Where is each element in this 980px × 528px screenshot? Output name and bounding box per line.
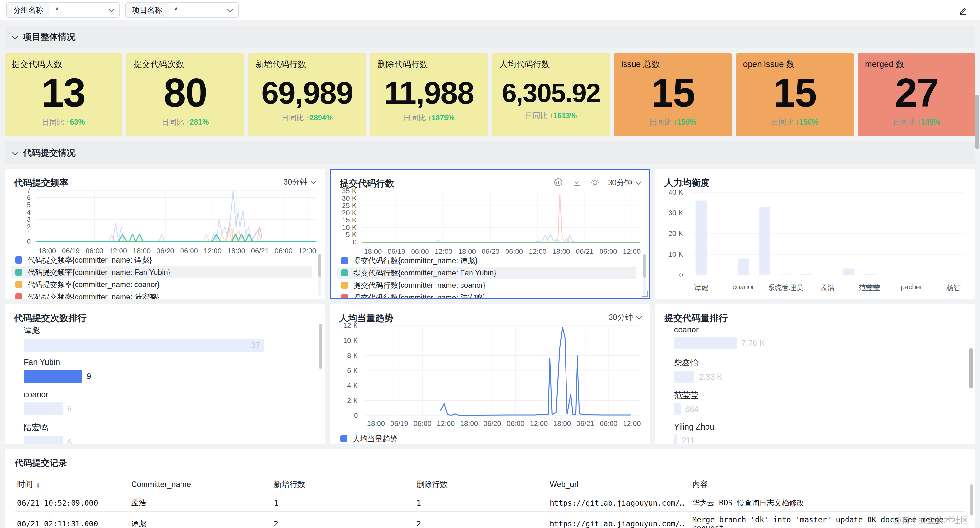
chevron-down-icon	[635, 179, 641, 184]
legend-item[interactable]: 提交代码行数{committer_name: Fan Yubin}	[337, 267, 636, 279]
legend-label: 提交代码行数{committer_name: Fan Yubin}	[353, 268, 496, 278]
hbar-value: 7.76 K	[741, 339, 765, 348]
group-name-filter-select[interactable]: *	[50, 3, 119, 17]
stat-card-body: 6,305.92日同比↑1613%	[500, 70, 603, 131]
hbar-list: 谭彪37Fan Yubin9coanor6陆宏鸣6	[24, 325, 297, 444]
group-name-filter-label: 分组名称	[7, 3, 50, 17]
legend-label: 代码提交频率{committer_name: Fan Yubin}	[27, 267, 170, 277]
download-icon[interactable]	[572, 178, 582, 188]
table-header-cell[interactable]: 时间▲▼	[14, 474, 129, 494]
table-cell: 2	[414, 512, 547, 528]
x-axis-label: 12:00	[437, 420, 455, 428]
interval-dropdown[interactable]: 30分钟	[608, 178, 640, 188]
stat-card-yoy: 日同比↑145%	[893, 117, 940, 127]
stat-card-body: 15日同比↑150%	[621, 70, 725, 131]
hbar-bar[interactable]	[674, 337, 737, 349]
hbar-value: 37	[251, 341, 260, 350]
panel-scrollbar[interactable]	[969, 348, 972, 388]
legend-scrollbar[interactable]	[318, 254, 321, 296]
hbar-bar[interactable]	[24, 370, 82, 383]
hbar-name: Fan Yubin	[24, 357, 297, 367]
group-name-filter[interactable]: 分组名称 *	[6, 2, 119, 18]
section-code-commits[interactable]: 代码提交情况	[5, 141, 975, 164]
pencil-icon	[957, 5, 968, 16]
hbar-line: 6	[24, 436, 297, 444]
legend-item[interactable]: 代码提交频率{committer_name: 谭彪}	[11, 254, 312, 266]
hbar-bar[interactable]: 37	[24, 339, 264, 352]
chevron-down-icon	[227, 6, 233, 12]
hbar-bar[interactable]	[674, 434, 677, 444]
sort-icon[interactable]: ▲▼	[36, 482, 40, 488]
table-header-row: 时间▲▼Committer_name新增行数删除行数Web_url内容	[14, 474, 966, 494]
hbar-value: 2.33 K	[699, 372, 722, 382]
section-project-overview[interactable]: 项目整体情况	[5, 25, 975, 48]
project-name-filter[interactable]: 项目名称 *	[126, 2, 239, 18]
chart-legend: 代码提交频率{committer_name: 谭彪}代码提交频率{committ…	[11, 254, 312, 300]
stat-cards-row: 提交代码人数13日同比↑63%提交代码次数80日同比↑281%新增代码行数69,…	[5, 54, 975, 136]
legend-item[interactable]: 代码提交频率{committer_name: coanor}	[11, 278, 312, 291]
yoy-label: 日同比	[525, 111, 548, 121]
panel-resize-handle[interactable]	[642, 291, 648, 297]
table-body: 06/21 10:52:09.000孟浩11https://gitlab.jia…	[14, 494, 966, 528]
line-chart-plot[interactable]	[36, 189, 316, 243]
panel-title: 代码提交频率	[14, 177, 68, 189]
page-scrollbar[interactable]	[975, 0, 979, 528]
interval-dropdown[interactable]: 30分钟	[609, 312, 641, 322]
panel-code-volume-ranking: 提交代码量排行 coanor7.76 K柴鑫怡2.33 K范莹莹664Yilin…	[655, 304, 975, 444]
stat-card-yoy: 日同比↑1875%	[404, 113, 455, 123]
legend-swatch	[15, 281, 22, 288]
chevron-down-icon	[311, 178, 317, 184]
y-axis-label: 0	[353, 238, 356, 246]
hbar-name: 陆宏鸣	[24, 422, 297, 433]
stat-card: 人均代码行数6,305.92日同比↑1613%	[492, 54, 610, 136]
legend-swatch	[15, 293, 22, 300]
legend-swatch	[341, 257, 348, 264]
table-cell: 2	[271, 512, 414, 528]
table-cell: 谭彪	[129, 512, 271, 528]
hbar-row: Fan Yubin9	[24, 357, 297, 390]
y-axis: 40 K30 K20 K10 K0	[660, 190, 686, 276]
panel-scrollbar[interactable]	[319, 324, 322, 369]
edit-dashboard-button[interactable]	[957, 5, 968, 17]
legend-item[interactable]: 代码提交频率{committer_name: 陆宏鸣}	[11, 291, 312, 300]
legend-item[interactable]: 人均当量趋势	[336, 433, 637, 444]
panel-commit-lines: 提交代码行数	[329, 169, 650, 300]
settings-gear-icon[interactable]	[590, 178, 600, 188]
section-title: 代码提交情况	[23, 147, 75, 159]
hbar-bar[interactable]	[24, 436, 63, 444]
hbar-bar[interactable]	[674, 371, 695, 383]
x-axis-label: 06:00	[600, 420, 618, 428]
watermark: @稀土掘金技术社区	[893, 515, 969, 526]
legend-label: 提交代码行数{committer_name: 谭彪}	[353, 256, 477, 266]
hbar-bar[interactable]	[24, 402, 63, 415]
table-cell: 1	[271, 494, 414, 512]
legend-item[interactable]: 提交代码行数{committer_name: coanor}	[337, 279, 636, 291]
legend-scrollbar[interactable]	[643, 254, 646, 295]
x-axis-label: pacher	[900, 283, 922, 291]
legend-item[interactable]: 提交代码行数{committer_name: 陆宏鸣}	[337, 291, 636, 300]
legend-item[interactable]: 提交代码行数{committer_name: 谭彪}	[337, 254, 636, 267]
panel-row-1: 代码提交频率 30分钟 76543210 18:0006/1906:0012:0…	[5, 169, 975, 300]
line-chart-plot[interactable]	[365, 324, 640, 417]
bar-chart-plot[interactable]	[691, 190, 964, 276]
legend-item[interactable]: 代码提交频率{committer_name: Fan Yubin}	[11, 266, 312, 278]
stat-card-body: 27日同比↑145%	[865, 70, 968, 131]
stat-card: open issue 数15日同比↑150%	[736, 54, 854, 136]
page-scrollbar-thumb[interactable]	[975, 95, 979, 149]
yoy-label: 日同比	[282, 113, 304, 123]
table-cell: 孟浩	[129, 494, 271, 512]
legend-label: 代码提交频率{committer_name: 谭彪}	[27, 255, 152, 265]
interval-dropdown[interactable]: 30分钟	[283, 177, 316, 187]
project-name-filter-select[interactable]: *	[169, 3, 238, 17]
explore-chart-icon[interactable]	[554, 178, 564, 188]
legend-label: 人均当量趋势	[353, 434, 397, 444]
yoy-up-arrow-and-percent: ↑1613%	[550, 111, 576, 120]
line-chart-plot[interactable]	[362, 189, 640, 243]
stat-card-yoy: 日同比↑150%	[771, 117, 818, 127]
stat-card-title: 提交代码次数	[134, 59, 237, 70]
stat-card-yoy: 日同比↑2894%	[282, 113, 333, 123]
hbar-bar[interactable]	[674, 403, 681, 415]
table-scrollbar[interactable]	[970, 484, 973, 515]
y-axis-label: 20 K	[668, 230, 683, 238]
panel-per-capita-trend: 人均当量趋势 30分钟 12 K10 K8 K6 K4 K2 K0 18:000…	[329, 304, 650, 444]
